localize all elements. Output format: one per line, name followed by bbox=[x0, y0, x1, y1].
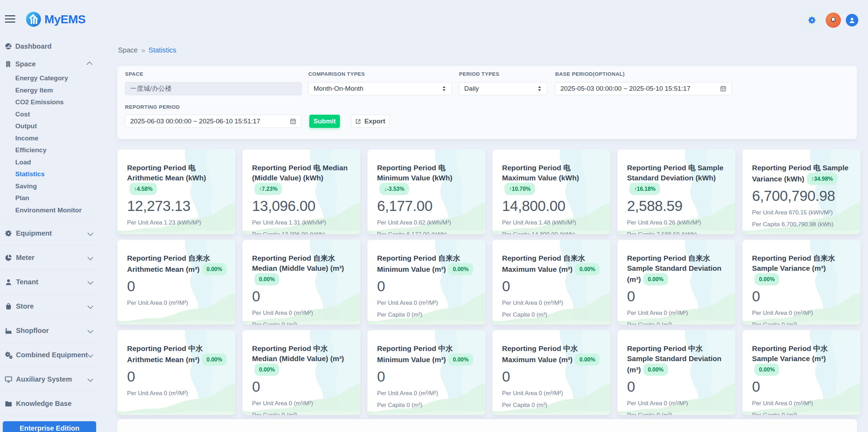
stat-card: Reporting Period 自来水 Sample Standard Dev… bbox=[617, 240, 735, 325]
stat-card-title: Reporting Period 自来水 Sample Standard Dev… bbox=[627, 253, 727, 285]
sidebar-subitem[interactable]: Energy Category bbox=[0, 72, 98, 84]
stat-card-per-unit-area: Per Unit Area 1.23 (kWh/M²) bbox=[127, 219, 227, 226]
sidebar-item-equipment[interactable]: Equipment bbox=[0, 221, 98, 246]
stat-card: Reporting Period 自来水 Arithmetic Mean (m³… bbox=[117, 240, 235, 325]
export-icon bbox=[355, 119, 361, 124]
stat-card-badge: ↑34.98% bbox=[807, 173, 837, 185]
stat-card-per-unit-area: Per Unit Area 0 (m³/M²) bbox=[627, 400, 727, 407]
stat-card-title: Reporting Period 中水 Arithmetic Mean (m³)… bbox=[127, 343, 227, 366]
period-types-select[interactable]: Daily bbox=[459, 82, 548, 95]
menu-toggle-icon[interactable] bbox=[5, 15, 15, 23]
sidebar-subitem[interactable]: Plan bbox=[0, 192, 98, 204]
chevron-down-icon bbox=[87, 303, 93, 309]
stat-card-per-unit-area: Per Unit Area 0 (m³/M²) bbox=[127, 390, 227, 397]
base-period-input[interactable]: 2025-05-03 00:00:00 ~ 2025-05-10 15:51:1… bbox=[555, 82, 732, 95]
stat-card-value: 13,096.00 bbox=[252, 198, 352, 214]
stat-card-value: 0 bbox=[502, 278, 602, 295]
stat-card-badge: 0.00% bbox=[202, 263, 227, 275]
chevron-down-icon bbox=[87, 254, 93, 260]
sidebar-item-space[interactable]: Space bbox=[0, 57, 98, 71]
sidebar-subitem[interactable]: Efficiency bbox=[0, 144, 98, 156]
sidebar-item-combined-equipment[interactable]: Combined Equipment bbox=[0, 343, 98, 367]
sidebar-subitem[interactable]: CO2 Emissions bbox=[0, 96, 98, 108]
stat-card-value: 0 bbox=[127, 278, 227, 295]
stat-card: Reporting Period 自来水 Median (Middle Valu… bbox=[242, 240, 360, 325]
reporting-period-label: REPORTING PERIOD bbox=[125, 104, 180, 110]
sidebar-subitem[interactable]: Statistics bbox=[0, 168, 98, 180]
stat-card: Reporting Period 电 Median (Middle Value)… bbox=[242, 149, 360, 234]
stat-card-per-unit-area: Per Unit Area 0 (m³/M²) bbox=[377, 390, 477, 397]
stat-card-title: Reporting Period 电 Sample Variance (kWh)… bbox=[752, 163, 852, 185]
breadcrumb-separator: » bbox=[141, 46, 145, 54]
user-avatar[interactable] bbox=[846, 14, 858, 26]
building-icon bbox=[5, 60, 12, 68]
stat-card-value: 0 bbox=[252, 378, 352, 395]
enterprise-edition-button[interactable]: Enterprise Edition bbox=[3, 421, 96, 432]
sidebar-subitem[interactable]: Output bbox=[0, 120, 98, 132]
stat-card-title: Reporting Period 自来水 Sample Variance (m³… bbox=[752, 253, 852, 285]
sidebar-item-tenant[interactable]: Tenant bbox=[0, 270, 98, 294]
export-button[interactable]: Export bbox=[351, 115, 390, 128]
stat-card-per-unit-area: Per Unit Area 1.48 (kWh/M²) bbox=[502, 219, 602, 226]
person-icon bbox=[5, 278, 13, 286]
stat-card-badge: 0.00% bbox=[754, 273, 779, 285]
sidebar-item-knowledge-base[interactable]: Knowledge Base bbox=[0, 392, 98, 416]
stat-card-title: Reporting Period 中水 Sample Standard Devi… bbox=[627, 343, 727, 376]
stat-card-per-capita: Per Capita 0 (m³) bbox=[752, 321, 852, 325]
chevron-down-icon bbox=[87, 279, 93, 285]
brand-logo[interactable]: MyEMS bbox=[26, 11, 85, 27]
stat-card-per-capita: Per Capita 14,800.00 (kWh) bbox=[502, 231, 602, 234]
sidebar-item-store[interactable]: Store bbox=[0, 294, 98, 319]
stat-card-title: Reporting Period 自来水 Minimum Value (m³)0… bbox=[377, 253, 477, 275]
settings-gear-icon[interactable] bbox=[803, 11, 821, 29]
stat-card-per-unit-area: Per Unit Area 0 (m³/M²) bbox=[627, 309, 727, 317]
sidebar-item-auxiliary-system[interactable]: Auxiliary System bbox=[0, 367, 98, 392]
stat-card-per-unit-area: Per Unit Area 0 (m³/M²) bbox=[752, 400, 852, 407]
top-bar: MyEMS bbox=[0, 0, 868, 31]
stat-card-title: Reporting Period 中水 Minimum Value (m³)0.… bbox=[377, 343, 477, 366]
sidebar-item-shopfloor[interactable]: Shopfloor bbox=[0, 319, 98, 343]
stat-card: Reporting Period 电 Maximum Value (kWh)↑1… bbox=[492, 149, 610, 234]
stat-card-per-unit-area: Per Unit Area 1.31 (kWh/M²) bbox=[252, 219, 352, 226]
folder-icon bbox=[5, 400, 13, 408]
brand-name: MyEMS bbox=[44, 13, 85, 26]
comparison-types-select[interactable]: Month-On-Month bbox=[308, 82, 452, 95]
stat-card-value: 0 bbox=[377, 278, 477, 295]
stat-card: Reporting Period 电 Minimum Value (kWh)↓-… bbox=[367, 149, 485, 234]
stat-card-badge: ↑7.23% bbox=[254, 183, 282, 195]
stat-card-value: 0 bbox=[752, 288, 852, 305]
stat-card-value: 0 bbox=[502, 368, 602, 385]
stat-card-per-capita: Per Capita 0 (m³) bbox=[627, 411, 727, 415]
submit-button[interactable]: Submit bbox=[309, 115, 340, 128]
sidebar-subitem[interactable]: Environment Monitor bbox=[0, 204, 98, 217]
base-period-label: BASE PERIOD(OPTIONAL) bbox=[555, 71, 625, 77]
sidebar-subitem[interactable]: Saving bbox=[0, 180, 98, 193]
stat-card-value: 0 bbox=[627, 288, 727, 305]
stat-card-per-capita: Per Capita 0 (m³) bbox=[752, 411, 852, 415]
sidebar-subitem[interactable]: Income bbox=[0, 132, 98, 145]
sidebar-subitem[interactable]: Cost bbox=[0, 108, 98, 121]
sidebar-subitem[interactable]: Energy Item bbox=[0, 84, 98, 97]
stat-card-per-capita: Per Capita 6,700,790.98 (kWh) bbox=[752, 221, 852, 228]
sidebar-subitem[interactable]: Load bbox=[0, 156, 98, 169]
stat-card-value: 12,273.13 bbox=[127, 198, 227, 214]
chevron-up-icon bbox=[86, 62, 92, 67]
stat-card-badge: 0.00% bbox=[643, 273, 668, 285]
notifications-bell-icon[interactable] bbox=[826, 13, 841, 28]
breadcrumb-space-link[interactable]: Space bbox=[118, 46, 138, 54]
filter-panel: SPACE 一度城/办公楼 COMPARISON TYPES Month-On-… bbox=[117, 66, 857, 139]
stat-card-title: Reporting Period 电 Arithmetic Mean (kWh)… bbox=[127, 163, 227, 195]
comparison-types-label: COMPARISON TYPES bbox=[308, 71, 365, 77]
stat-card-badge: 0.00% bbox=[448, 263, 473, 275]
reporting-period-input[interactable]: 2025-06-03 00:00:00 ~ 2025-06-10 15:51:1… bbox=[125, 115, 302, 128]
chevron-down-icon bbox=[87, 376, 93, 382]
sidebar-item-meter[interactable]: Meter bbox=[0, 246, 98, 270]
stat-card-badge: 0.00% bbox=[754, 364, 779, 376]
sidebar-item-dashboard[interactable]: Dashboard bbox=[0, 39, 98, 53]
stat-card-per-capita: Per Capita 0 (m³) bbox=[252, 321, 352, 325]
stat-card-value: 6,700,790.98 bbox=[752, 188, 852, 204]
pie-chart-icon bbox=[5, 254, 13, 262]
stat-card-badge: 0.00% bbox=[254, 273, 279, 285]
stat-card-per-capita: Per Capita 13,096.00 (kWh) bbox=[252, 231, 352, 234]
space-input[interactable]: 一度城/办公楼 bbox=[125, 82, 302, 95]
